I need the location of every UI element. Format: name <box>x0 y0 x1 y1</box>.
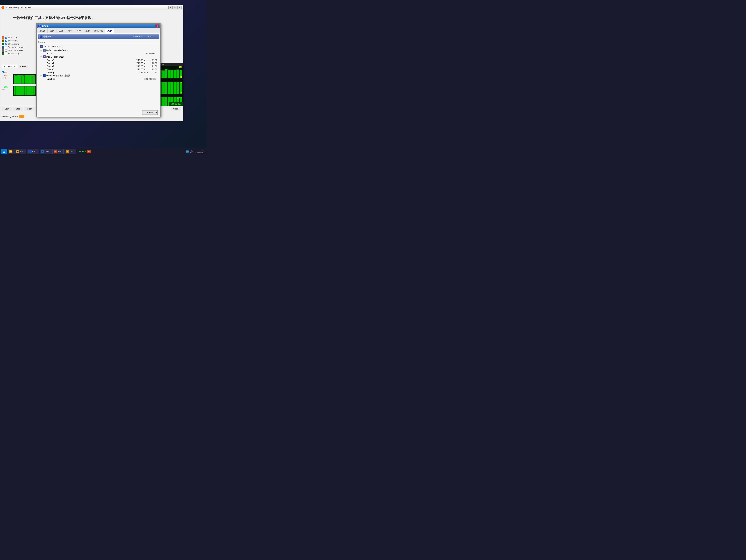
cpuz-title: CPU-Z <box>42 25 49 27</box>
stress-cpu-checkbox[interactable] <box>5 37 7 39</box>
core2-multiplier: x 21.00 <box>150 65 159 67</box>
core3-label: Core #3 <box>47 68 136 70</box>
stability-label: Syst... <box>69 151 75 153</box>
rb27 <box>176 82 179 94</box>
volume-icon[interactable]: 🔊 <box>190 150 193 153</box>
motor-checkbox[interactable] <box>2 71 4 73</box>
cursor-indicator: ↖ <box>155 110 158 115</box>
stress-cpu-item: Stress CPU <box>2 36 39 39</box>
tab-temperatures[interactable]: Temperatures <box>2 65 18 68</box>
cpuz-tabs: 处理器 缓存 主板 内存 SPD 显卡 测试分数 关于 <box>37 28 160 33</box>
bar5 <box>20 75 22 84</box>
close-main-button[interactable]: Close <box>170 107 181 111</box>
cpu-usage-display: 100% 0% <box>2 86 36 96</box>
bar1 <box>14 75 15 84</box>
tree-intel-celeron: □- 🔲 Intel Celeron J4125 <box>38 55 159 59</box>
core0-multiplier: x 21.00 <box>150 59 159 61</box>
bar6 <box>22 75 23 84</box>
taskbar-explorer[interactable]: 📁 <box>8 149 14 154</box>
explorer-icon: 📁 <box>9 150 12 153</box>
stress-systemmem-checkbox[interactable] <box>5 46 7 49</box>
desktop-icon: 🖥 <box>40 45 43 48</box>
aida64-minimize-btn[interactable]: ─ <box>168 6 173 9</box>
cbar10 <box>30 86 32 95</box>
stress-localdisks-checkbox[interactable] <box>5 50 7 52</box>
temp-100: 100°C <box>2 75 8 77</box>
tree-core3: Core #3 2211.55 M... x 22.00 <box>38 68 159 71</box>
aida64-maximize-btn[interactable]: □ <box>173 6 177 9</box>
core2-value: 2111.03 M... <box>136 65 150 67</box>
rb4 <box>168 70 170 79</box>
stress-gpu-label: Stress GPU(s) <box>8 53 21 55</box>
time-display: 18:11 <box>197 149 205 152</box>
coretemp-label: Core... <box>45 151 50 153</box>
desktop-label: DESKTOP-8HG9J2J <box>44 46 159 48</box>
tab-memory[interactable]: 内存 <box>65 29 74 33</box>
tab-spd[interactable]: SPD <box>74 29 83 33</box>
network-icon[interactable]: 🌐 <box>186 150 189 153</box>
core1-value: 2211.55 M... <box>136 62 150 64</box>
taskbar-right: 🌐 🔊 英 18:11 2023 11 11 <box>186 149 205 154</box>
right-label-128: 128 <box>179 66 182 68</box>
stress-panel: Stress CPU Stress FPU Stress cache Stres… <box>2 36 39 56</box>
bar9 <box>26 75 28 84</box>
gpu-label: Microsoft 基本显示适配器 <box>46 74 159 77</box>
aida-badge: 64 <box>87 150 91 153</box>
bar12 <box>31 75 32 84</box>
tab-graphics[interactable]: 显卡 <box>83 29 92 33</box>
cpuz-close-btn-x[interactable]: ✕ <box>155 25 159 27</box>
tab-bench[interactable]: 测试分数 <box>92 29 105 33</box>
rb2 <box>162 70 164 79</box>
core4-label: ore #4 <box>158 63 183 66</box>
tree-memory: Memory 1197.46 M... 1:12 <box>38 71 159 74</box>
taskbar-cpuz[interactable]: Z CPU... <box>27 149 39 154</box>
taskbar-coretemp[interactable]: 🌡 Core... <box>40 149 52 154</box>
bar8 <box>25 75 26 84</box>
bar11 <box>29 75 31 84</box>
bclk-value: 100.53 MHz <box>144 52 159 55</box>
right-chart-1: 128 28 <box>158 66 183 81</box>
start-icon: ⊞ <box>3 150 5 153</box>
rb5 <box>171 70 173 79</box>
temp-chart <box>13 75 36 84</box>
tab-about[interactable]: 关于 <box>105 29 114 33</box>
expand-default[interactable]: □- <box>40 49 42 51</box>
tree-graphics: Graphics 200.00 MHz <box>38 78 159 81</box>
battery-label: Remaining Battery: <box>2 115 18 118</box>
aida64-close-btn[interactable]: ✕ <box>177 6 182 9</box>
cbar11 <box>32 86 34 95</box>
rb25 <box>171 82 173 94</box>
bar10 <box>28 75 29 84</box>
rb24 <box>168 82 170 94</box>
language-indicator[interactable]: 英 <box>194 150 196 153</box>
right-chart-2: 44 44 21 <box>158 81 183 96</box>
tab-cooling[interactable]: Coolin <box>18 65 28 68</box>
start-button[interactable]: Start <box>2 107 12 111</box>
taskbar-stability[interactable]: ⚡ Syst... <box>64 149 76 154</box>
tree-core2: Core #2 2111.03 M... x 21.00 <box>38 65 159 68</box>
memory-multiplier: 1:12 <box>153 71 159 73</box>
tab-mainboard[interactable]: 主板 <box>56 29 65 33</box>
aida64-titlebar: 🔥 System Stability Test - AIDA64 ─ □ ✕ <box>0 5 183 10</box>
taskbar-image-viewer[interactable]: 🖼 图吧... <box>15 149 26 154</box>
expand-celeron[interactable]: □- <box>40 56 42 58</box>
expand-desktop[interactable]: □- <box>38 46 39 48</box>
aida64-taskbar-label: AID... <box>58 151 62 153</box>
battery-value: No <box>19 115 24 118</box>
gpu-icon: 🖼 <box>43 74 46 77</box>
cpu-0pct: 0% <box>2 88 8 91</box>
tab-processor[interactable]: 处理器 <box>37 29 48 33</box>
stress-cache-checkbox[interactable] <box>5 43 7 45</box>
cpuz-window: Z CPU-Z ✕ 处理器 缓存 主板 内存 SPD 显卡 测试分数 关于 ⊞ … <box>36 23 161 117</box>
clock-icon: ⊞ <box>39 35 42 38</box>
stress-gpu-checkbox[interactable] <box>5 53 7 55</box>
cbar2 <box>16 86 17 95</box>
stop-button[interactable]: Stop <box>13 107 23 111</box>
start-button-taskbar[interactable]: ⊞ <box>1 149 7 154</box>
taskbar-aida64[interactable]: 64 AID... <box>52 149 64 154</box>
expand-gpu[interactable]: □- <box>40 75 42 77</box>
stress-fpu-checkbox[interactable] <box>5 40 7 42</box>
tab-cache[interactable]: 缓存 <box>48 29 56 33</box>
right-label-44a: 44 <box>180 81 182 84</box>
clear-button[interactable]: Clear <box>24 107 35 111</box>
